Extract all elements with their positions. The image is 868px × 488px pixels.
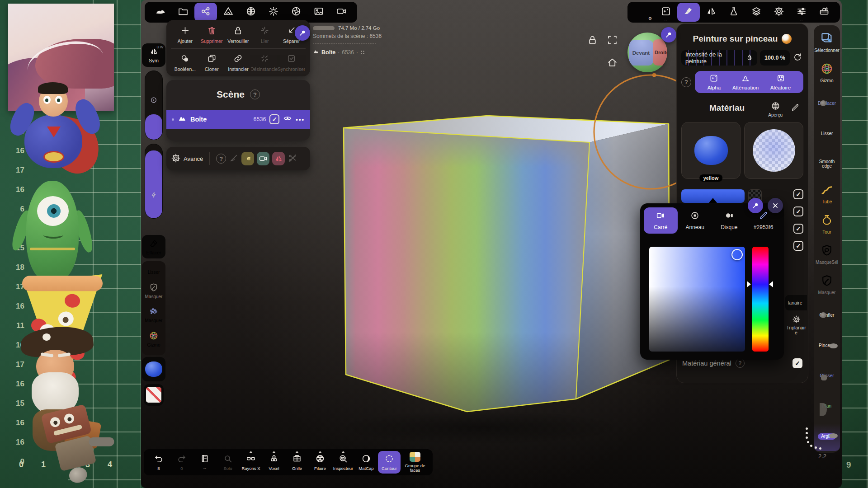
picker-tab-anneau[interactable]: Anneau <box>678 207 712 234</box>
scissors-slash-icon[interactable] <box>288 153 297 164</box>
help-icon[interactable]: ? <box>250 89 260 99</box>
picker-tab-disque[interactable]: Disque <box>712 207 746 234</box>
picker-tab-carré[interactable]: Carré <box>644 207 678 234</box>
paint-intensity-value[interactable]: 100.0 % <box>760 50 790 66</box>
paint-tab-aléatoire[interactable]: Aléatoire <box>770 74 791 90</box>
bottom-contour[interactable]: Contour <box>378 451 401 474</box>
toolbar-button-stroke[interactable] <box>722 3 745 22</box>
color-cursor[interactable] <box>731 249 743 260</box>
panel-drag-handle[interactable] <box>804 427 822 453</box>
bottom-voxel[interactable]: Voxel <box>263 451 285 474</box>
mirror-toggle[interactable] <box>272 152 285 165</box>
shortcut-gizmo[interactable]: Gizmo <box>147 331 160 347</box>
tool-plan[interactable]: Plan <box>814 390 840 421</box>
tool-smooth-edge[interactable]: Smooth edge <box>814 148 840 178</box>
tool-masquer[interactable]: Masquer <box>814 269 840 300</box>
bottom-grille[interactable]: Grille <box>286 451 308 474</box>
active-material-swatch[interactable] <box>142 357 165 381</box>
hue-bar[interactable] <box>752 247 769 352</box>
headlight-toggle[interactable] <box>241 152 254 165</box>
material-option-checkbox[interactable]: ✓ <box>793 241 803 251</box>
tool-gizmo[interactable]: Gizmo <box>814 57 840 88</box>
triplanar-button[interactable]: Triplanaire <box>784 315 808 335</box>
paint-slash-icon[interactable] <box>229 153 239 164</box>
tool-tour[interactable]: Tour <box>814 209 840 239</box>
shortcut-masquer[interactable]: Masquer <box>145 306 163 323</box>
help-icon[interactable]: ? <box>736 359 745 368</box>
toolbar-button-files[interactable] <box>172 3 194 22</box>
bottom-8[interactable]: 8 <box>147 451 170 474</box>
material-option-checkbox[interactable]: ✓ <box>793 189 803 199</box>
pin-paint-panel-button[interactable] <box>661 27 676 42</box>
radius-slider[interactable] <box>145 70 163 140</box>
paint-intensity-slider[interactable]: Intensité de la peinture <box>681 50 757 66</box>
toolbar-button-lighting[interactable] <box>262 3 285 22</box>
planar-button[interactable]: lanaire <box>785 295 807 310</box>
lock-view-icon[interactable] <box>587 34 598 47</box>
toolbar-button-app-logo[interactable] <box>149 3 172 22</box>
material-card-alpha[interactable] <box>744 122 803 179</box>
toolbar-button-painting[interactable] <box>677 3 700 22</box>
help-icon[interactable]: ? <box>681 77 691 87</box>
bottom-matcap[interactable]: MatCap <box>355 451 377 474</box>
scene-action-plus[interactable]: Ajouter <box>172 25 198 44</box>
bottom---[interactable]: -- <box>193 451 216 474</box>
toolbar-button-background[interactable] <box>307 3 330 22</box>
toolbar-button-settings[interactable] <box>768 3 790 22</box>
tool-gonfler[interactable]: Gonfler <box>814 300 840 330</box>
scene-action-lock[interactable]: Verrouiller <box>225 25 252 44</box>
saturation-value-square[interactable] <box>649 247 745 352</box>
toolbar-button-material[interactable]: ⚙ <box>632 3 655 22</box>
scene-object-row-boite[interactable]: Boîte 6536 ✓ ••• <box>166 110 310 129</box>
material-preview-button[interactable]: Aperçu <box>768 101 783 117</box>
home-view-icon[interactable] <box>607 57 618 70</box>
toolbar-button-primitives[interactable]: ... <box>217 3 240 22</box>
toolbar-button-tweaks[interactable]: -- <box>790 3 813 22</box>
scene-action-trash[interactable]: Supprimer <box>198 25 225 44</box>
advanced-label[interactable]: Avancé <box>184 155 203 162</box>
camera-toggle[interactable] <box>257 152 269 165</box>
view-orientation-gizmo[interactable]: Devant Droite <box>627 33 667 72</box>
material-option-checkbox[interactable]: ✓ <box>793 224 803 234</box>
paint-color-swatch[interactable] <box>681 189 745 203</box>
tool-masquesél[interactable]: MasqueSél <box>814 239 840 269</box>
toolbar-button-symmetry[interactable] <box>700 3 722 22</box>
toolbar-button-toolbox[interactable] <box>813 3 835 22</box>
help-icon[interactable]: ? <box>216 154 226 164</box>
bottom-inspecteur[interactable]: Inspecteur <box>332 451 354 474</box>
toolbar-button-postprocess[interactable] <box>285 3 307 22</box>
tool-pinceau[interactable]: Pinceau <box>814 330 840 360</box>
material-option-checkbox[interactable]: ✓ <box>793 206 803 216</box>
fullscreen-icon[interactable] <box>607 34 618 47</box>
tool-lisser[interactable]: Lisser <box>814 118 840 148</box>
close-color-picker-button[interactable] <box>768 198 783 213</box>
material-card-yellow[interactable]: yellow <box>681 122 741 179</box>
toolbar-button-topology[interactable] <box>240 3 262 22</box>
intensity-slider[interactable] <box>145 144 163 219</box>
tool-tube[interactable]: Tube <box>814 178 840 209</box>
pin-scene-panel-button[interactable] <box>295 25 310 41</box>
bottom-groupe-de-faces[interactable]: Groupe de faces <box>401 451 429 474</box>
tool-déplacer[interactable]: Déplacer <box>814 88 840 118</box>
toolbar-button-scene[interactable] <box>194 3 217 22</box>
object-checkbox[interactable]: ✓ <box>269 114 279 124</box>
bottom-rayons-x[interactable]: Rayons X <box>240 451 262 474</box>
paint-tab-alpha[interactable]: Alpha <box>708 74 721 90</box>
object-menu-icon[interactable]: ••• <box>296 116 305 123</box>
symmetry-button[interactable]: U W Sym <box>142 43 165 67</box>
paint-tab-atténuation[interactable]: Atténuation <box>732 74 759 90</box>
no-texture-swatch[interactable] <box>144 384 164 406</box>
edit-pen-icon[interactable] <box>791 103 800 114</box>
pin-color-picker-button[interactable] <box>748 198 763 213</box>
bottom-filaire[interactable]: Filaire <box>309 451 331 474</box>
general-material-checkbox[interactable]: ✓ <box>793 358 802 368</box>
reset-icon[interactable] <box>793 52 803 64</box>
toolbar-button-camera[interactable] <box>330 3 353 22</box>
shortcut-effacer[interactable]: Effacer <box>142 235 165 258</box>
scene-action-clone[interactable]: Cloner <box>198 53 225 72</box>
view-front-face[interactable]: Devant <box>629 40 653 66</box>
shortcut-masquer[interactable]: Masquer <box>145 282 163 299</box>
tool-sélectionner[interactable]: Sélectionner <box>814 27 840 57</box>
scene-action-link[interactable]: Instancier <box>225 53 252 72</box>
toolbar-button-layers[interactable] <box>745 3 768 22</box>
